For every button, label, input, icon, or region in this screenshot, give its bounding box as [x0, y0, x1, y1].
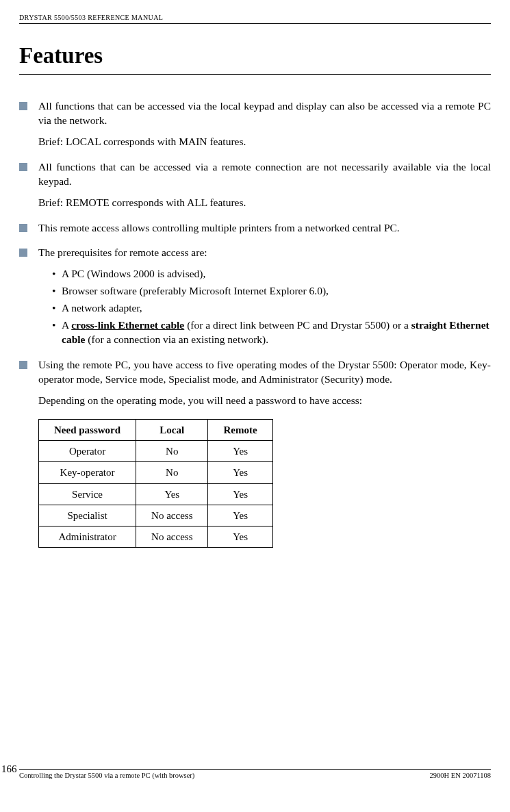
- feature-block: The prerequisites for remote access are:…: [19, 246, 491, 347]
- feature-block: This remote access allows controlling mu…: [19, 221, 491, 236]
- table-row: Service Yes Yes: [39, 483, 273, 505]
- table-cell: Yes: [208, 483, 272, 505]
- table-row: Operator No Yes: [39, 441, 273, 462]
- table-cell: Yes: [208, 526, 272, 548]
- table-cell: Specialist: [39, 505, 136, 526]
- body-text: Brief: LOCAL corresponds with MAIN featu…: [38, 135, 491, 149]
- table-cell: No access: [136, 505, 208, 526]
- table-cell: Key-operator: [39, 462, 136, 483]
- text-fragment: (for a connection via an existing networ…: [85, 333, 268, 345]
- page-footer: Controlling the Drystar 5500 via a remot…: [0, 769, 510, 779]
- page-title: Features: [19, 43, 491, 75]
- table-cell: Yes: [208, 462, 272, 483]
- bullet-square-icon: [19, 361, 27, 369]
- body-text: All functions that can be accessed via t…: [38, 99, 491, 128]
- text-emphasis: cross-link Ethernet cable: [71, 319, 184, 331]
- body-text: Brief: REMOTE corresponds with ALL featu…: [38, 196, 491, 210]
- body-text: Depending on the operating mode, you wil…: [38, 394, 491, 408]
- table-cell: Service: [39, 483, 136, 505]
- table-row: Administrator No access Yes: [39, 526, 273, 548]
- body-content: All functions that can be accessed via t…: [19, 99, 491, 548]
- feature-block: Using the remote PC, you have access to …: [19, 358, 491, 408]
- table-row: Key-operator No Yes: [39, 462, 273, 483]
- running-header: DRYSTAR 5500/5503 REFERENCE MANUAL: [19, 14, 491, 24]
- bullet-square-icon: [19, 163, 27, 171]
- list-item: A cross-link Ethernet cable (for a direc…: [52, 318, 491, 347]
- footer-right: 2900H EN 20071108: [430, 772, 491, 779]
- feature-block: All functions that can be accessed via a…: [19, 160, 491, 210]
- bullet-square-icon: [19, 224, 27, 232]
- table-header: Local: [136, 419, 208, 440]
- footer-left: Controlling the Drystar 5500 via a remot…: [19, 772, 194, 779]
- table-cell: Administrator: [39, 526, 136, 548]
- password-table: Need password Local Remote Operator No Y…: [38, 419, 273, 548]
- sub-list: A PC (Windows 2000 is advised), Browser …: [38, 267, 491, 347]
- table-cell: Operator: [39, 441, 136, 462]
- feature-block: All functions that can be accessed via t…: [19, 99, 491, 149]
- table-cell: Yes: [208, 505, 272, 526]
- body-text: Using the remote PC, you have access to …: [38, 358, 491, 387]
- text-fragment: (for a direct link between PC and Drysta…: [184, 319, 411, 331]
- body-text: All functions that can be accessed via a…: [38, 160, 491, 189]
- table-cell: Yes: [208, 441, 272, 462]
- table-cell: No: [136, 441, 208, 462]
- body-text: This remote access allows controlling mu…: [38, 221, 491, 236]
- text-fragment: A: [62, 319, 71, 331]
- body-text: The prerequisites for remote access are:: [38, 246, 491, 260]
- table-cell: No: [136, 462, 208, 483]
- bullet-square-icon: [19, 249, 27, 257]
- table-header-row: Need password Local Remote: [39, 419, 273, 440]
- list-item: A network adapter,: [52, 301, 491, 316]
- table-cell: No access: [136, 526, 208, 548]
- table-header: Need password: [39, 419, 136, 440]
- bullet-square-icon: [19, 102, 27, 110]
- list-item: Browser software (preferably Microsoft I…: [52, 284, 491, 299]
- table-row: Specialist No access Yes: [39, 505, 273, 526]
- table-cell: Yes: [136, 483, 208, 505]
- table-header: Remote: [208, 419, 272, 440]
- list-item: A PC (Windows 2000 is advised),: [52, 267, 491, 281]
